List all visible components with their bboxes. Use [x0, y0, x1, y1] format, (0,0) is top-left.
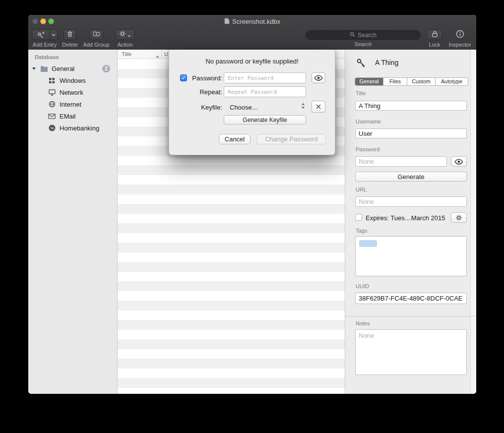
window-title: Screenshot.kdbx — [232, 18, 280, 25]
tab-autotype[interactable]: Autotype — [436, 78, 468, 85]
svg-text:%: % — [50, 126, 54, 130]
tab-custom[interactable]: Custom — [407, 78, 436, 85]
delete-group: Delete — [60, 29, 80, 48]
sheet-password-label: Password: — [188, 74, 222, 82]
sheet-repeat-label: Repeat: — [188, 88, 222, 96]
chevron-down-icon — [127, 30, 131, 39]
entry-count-badge: 2 — [102, 65, 110, 72]
app-window: Screenshot.kdbx Add Entry Delete — [28, 15, 476, 394]
trash-icon — [66, 30, 73, 40]
title-field[interactable] — [355, 101, 467, 111]
sidebar-item-label: Network — [60, 89, 83, 96]
sidebar-item-internet[interactable]: Internet — [28, 99, 117, 110]
keyfile-popup[interactable]: Choose… — [230, 104, 258, 111]
add-group-label: Add Group — [83, 42, 109, 48]
sheet-repeat-input[interactable] — [224, 86, 306, 97]
inspector-divider — [345, 316, 476, 316]
entry-title: A Thing — [375, 59, 398, 66]
action-button[interactable] — [115, 29, 135, 40]
search-icon — [350, 32, 355, 39]
add-entry-label: Add Entry — [33, 42, 57, 48]
reveal-password-button[interactable] — [451, 156, 467, 167]
sidebar-item-homebanking[interactable]: % Homebanking — [28, 123, 117, 133]
add-entry-dropdown[interactable] — [50, 30, 58, 40]
sidebar-group-label: General — [52, 65, 74, 72]
notes-field[interactable] — [355, 329, 467, 375]
grid-icon — [48, 77, 56, 84]
url-field-label: URL — [356, 186, 367, 192]
window-chrome: Screenshot.kdbx Add Entry Delete — [28, 15, 476, 50]
lock-button[interactable] — [427, 29, 442, 40]
sidebar-item-email[interactable]: EMail — [28, 111, 117, 122]
url-field[interactable] — [355, 196, 467, 207]
column-header-username[interactable]: U — [164, 50, 168, 59]
sidebar-group-general[interactable]: General 2 — [28, 63, 117, 74]
disclosure-triangle-icon[interactable] — [32, 67, 38, 70]
sidebar-item-label: Homebanking — [60, 124, 99, 132]
generate-password-button[interactable]: Generate — [355, 172, 467, 182]
username-field[interactable] — [355, 128, 467, 138]
sidebar-item-network[interactable]: Network — [28, 87, 117, 98]
gear-icon — [119, 30, 126, 39]
tags-label: Tags — [356, 228, 367, 234]
change-password-button[interactable]: Change Password — [257, 134, 326, 144]
title-field-label: Title — [356, 90, 366, 96]
globe-icon — [48, 101, 56, 108]
tab-files[interactable]: Files — [383, 78, 407, 85]
cancel-button[interactable]: Cancel — [219, 134, 251, 144]
delete-button[interactable] — [63, 29, 76, 40]
stepper-icon[interactable] — [301, 102, 305, 111]
sidebar: Database General 2 Windows Network Inter… — [28, 50, 118, 394]
sidebar-section-header: Database — [35, 54, 59, 60]
add-group-button[interactable] — [89, 29, 103, 40]
uuid-field[interactable] — [355, 293, 467, 304]
search-caption: Search — [355, 41, 372, 47]
folder-plus-icon — [93, 30, 100, 39]
entry-key-icon — [356, 58, 366, 70]
sort-ascending-icon — [155, 53, 160, 59]
inspector-label: Inspector — [448, 42, 471, 48]
envelope-icon — [48, 114, 56, 119]
sheet-password-input[interactable] — [224, 72, 306, 83]
monitor-icon — [48, 89, 56, 96]
action-group: Action — [113, 29, 137, 48]
inspector-scrollbar[interactable] — [470, 50, 476, 394]
username-field-label: Username — [356, 119, 381, 124]
column-divider[interactable] — [161, 50, 162, 59]
toolbar: Add Entry Delete Add Group Action — [28, 28, 476, 50]
sidebar-item-label: EMail — [60, 113, 76, 120]
uuid-label: UUID — [356, 283, 369, 289]
sidebar-item-label: Windows — [60, 77, 86, 84]
titlebar[interactable]: Screenshot.kdbx — [28, 15, 476, 28]
sidebar-item-windows[interactable]: Windows — [28, 75, 117, 86]
expires-checkbox[interactable] — [355, 214, 362, 221]
column-header-title[interactable]: Title — [122, 50, 131, 59]
expires-label: Expires: Tues…March 2015 — [366, 214, 445, 222]
tag-chip[interactable] — [359, 240, 377, 247]
lock-icon — [432, 30, 438, 40]
clear-keyfile-button[interactable] — [312, 101, 325, 113]
sheet-reveal-password-button[interactable] — [312, 72, 325, 83]
add-entry-group: Add Entry — [30, 29, 59, 48]
sheet-keyfile-label: Keyfile: — [188, 104, 222, 111]
percent-circle-icon: % — [48, 124, 56, 131]
inspector-group: Inspector — [446, 29, 473, 48]
change-password-sheet: No password or keyfile supplied! Passwor… — [169, 50, 335, 155]
search-input[interactable]: Search — [306, 30, 421, 40]
document-icon — [224, 18, 230, 26]
tab-general[interactable]: General — [355, 78, 383, 85]
expires-gear-button[interactable] — [451, 212, 467, 223]
window-title-wrap: Screenshot.kdbx — [28, 15, 476, 28]
lock-group: Lock — [425, 29, 444, 48]
tags-box[interactable] — [355, 236, 467, 276]
sidebar-item-label: Internet — [60, 101, 81, 108]
inspector-button[interactable] — [456, 29, 464, 40]
inspector-tabs: General Files Custom Autotype — [355, 77, 468, 86]
generate-keyfile-button[interactable]: Generate Keyfile — [224, 115, 306, 124]
password-enabled-checkbox[interactable] — [180, 74, 187, 81]
password-field[interactable] — [355, 156, 447, 167]
key-plus-icon[interactable] — [32, 30, 50, 40]
folder-icon — [40, 65, 48, 72]
search-group: Search Search — [306, 29, 421, 47]
add-entry-button[interactable] — [32, 29, 58, 40]
